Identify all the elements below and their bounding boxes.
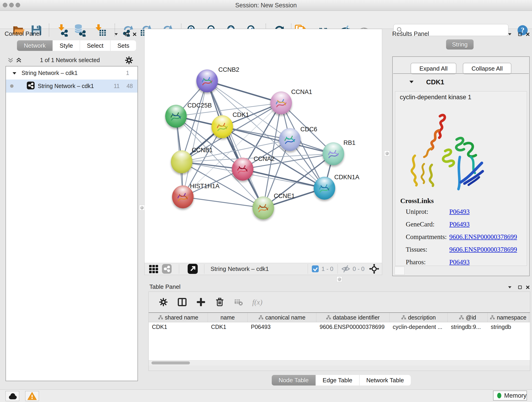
selected-checkbox[interactable]	[312, 263, 319, 274]
delete-icon[interactable]	[215, 297, 225, 307]
column-header-namespace[interactable]: namespace	[488, 313, 529, 322]
protein-ribbon-icon	[200, 74, 215, 88]
gear-icon[interactable]	[158, 297, 168, 307]
memory-button[interactable]: Memory	[493, 390, 527, 401]
tab-node-table[interactable]: Node Table	[272, 375, 316, 385]
bottom-splitter-handle[interactable]	[336, 276, 342, 282]
network-node-CCNB2[interactable]	[196, 70, 218, 92]
protein-ribbon-icon	[215, 119, 230, 134]
column-header-name[interactable]: name	[208, 313, 248, 322]
panel-float-icon[interactable]	[506, 284, 514, 291]
network-edge-CCNA2-CDKN1A[interactable]	[243, 169, 324, 188]
table-cell[interactable]: cyclin-dependent ...	[389, 322, 448, 332]
network-node-CCNA2[interactable]	[232, 158, 253, 181]
network-edge-CCNB2-CCNA1[interactable]	[207, 81, 281, 103]
expand-all-button[interactable]: Expand All	[411, 63, 456, 74]
crosslink-row: GeneCard:P06493	[406, 220, 524, 228]
protein-section-header[interactable]: CDK1	[393, 74, 529, 91]
panel-maximize-icon[interactable]	[516, 284, 524, 291]
node-table: shared namenamecanonical namedatabase id…	[149, 313, 530, 366]
open-in-window-icon[interactable]	[188, 263, 198, 274]
crosslink-link[interactable]: 9606.ENSP00000378699	[449, 246, 517, 253]
tab-network[interactable]: Network	[17, 40, 52, 51]
network-row[interactable]: String Network – cdk1 11 48	[6, 80, 138, 93]
table-cell[interactable]: stringdb:9...	[448, 322, 488, 332]
column-label: canonical name	[265, 314, 305, 321]
left-splitter-handle[interactable]	[139, 205, 145, 211]
crosslink-label: Pharos:	[406, 258, 449, 266]
control-panel-tabs: NetworkStyleSelectSets	[17, 40, 136, 51]
node-label-CCNA1: CCNA1	[291, 89, 312, 96]
crosslink-row: Pharos:P06493	[406, 258, 524, 266]
crosshair-icon[interactable]	[369, 263, 379, 274]
table-toolbar: f(x)	[149, 292, 530, 313]
panel-maximize-icon[interactable]	[516, 31, 524, 38]
table-cell[interactable]: P06493	[248, 322, 317, 332]
warning-icon[interactable]	[25, 391, 39, 401]
tab-select[interactable]: Select	[80, 40, 110, 51]
disclosure-triangle-icon[interactable]	[12, 70, 17, 76]
tab-edge-table[interactable]: Edge Table	[316, 375, 359, 385]
crosslink-link[interactable]: P06493	[449, 258, 470, 266]
panel-close-icon[interactable]	[524, 31, 532, 38]
network-node-CCNA1[interactable]	[270, 91, 292, 114]
window-title: Session: New Session	[0, 2, 532, 9]
network-node-RB1[interactable]	[323, 142, 344, 165]
hidden-eye-icon[interactable]	[341, 263, 351, 274]
column-header-shared-name[interactable]: shared name	[149, 313, 208, 322]
add-column-icon[interactable]	[196, 297, 206, 307]
network-node-CCNB1[interactable]	[171, 150, 192, 173]
toolbar-separator	[179, 264, 179, 274]
title-bar: Session: New Session	[0, 0, 532, 11]
protein-ribbon-icon	[317, 181, 332, 196]
grid-icon[interactable]	[149, 263, 158, 274]
cloud-icon[interactable]	[6, 391, 19, 401]
panel-float-icon[interactable]	[506, 31, 514, 38]
share-network-icon[interactable]	[162, 263, 172, 274]
column-header-description[interactable]: description	[389, 313, 448, 322]
network-label: String Network – cdk1	[38, 83, 94, 89]
network-canvas[interactable]: CCNB2CCNA1CDC25BCDK1CDC6RB1CCNB1CCNA2CDK…	[144, 29, 382, 263]
column-header-database-identifier[interactable]: database identifier	[317, 313, 389, 322]
crosslink-link[interactable]: P06493	[449, 208, 470, 216]
tab-sets[interactable]: Sets	[110, 40, 136, 51]
toolbar-separator	[204, 264, 204, 274]
tab-style[interactable]: Style	[52, 40, 80, 51]
crosslink-link[interactable]: P06493	[449, 220, 470, 228]
disclosure-triangle-icon[interactable]	[409, 80, 414, 85]
crosslink-link[interactable]: 9606.ENSP00000378699	[449, 233, 517, 241]
network-tree: String Network – cdk1 1 String Network –…	[6, 66, 138, 381]
tab-string[interactable]: String	[446, 39, 474, 50]
gear-icon[interactable]	[125, 56, 133, 65]
collapse-all-button[interactable]: Collapse All	[463, 63, 511, 74]
network-node-CDC6[interactable]	[279, 128, 301, 151]
table-cell[interactable]: 9606.ENSP00000378699	[317, 322, 389, 332]
network-view-toolbar: String Network – cdk1 1 - 0 0 - 0	[144, 263, 382, 275]
column-header-canonical-name[interactable]: canonical name	[248, 313, 317, 322]
right-splitter-handle[interactable]	[384, 151, 390, 156]
panel-float-icon[interactable]	[112, 31, 120, 38]
protein-description: cyclin-dependent kinase 1	[400, 94, 471, 101]
table-cell[interactable]: CDK1	[208, 322, 248, 332]
table-row[interactable]: CDK1CDK1P064939606.ENSP00000378699cyclin…	[149, 322, 530, 332]
network-node-CCNE1[interactable]	[253, 196, 274, 219]
tab-network-table[interactable]: Network Table	[359, 375, 411, 385]
table-cell[interactable]: stringdb	[488, 322, 529, 332]
shared-column-icon	[158, 315, 163, 320]
network-node-CDC25B[interactable]	[165, 105, 187, 128]
columns-icon[interactable]	[177, 297, 187, 307]
network-node-CDK1[interactable]	[211, 115, 233, 138]
column-header-@id[interactable]: @id	[448, 313, 488, 322]
table-cell[interactable]: CDK1	[149, 322, 208, 332]
scrollbar-thumb[interactable]	[152, 361, 190, 364]
network-edge-CCNB2-HIST1H1A[interactable]	[183, 81, 207, 197]
network-node-CDKN1A[interactable]	[314, 177, 335, 200]
horizontal-scrollbar[interactable]	[149, 360, 530, 366]
crosslink-row: Compartments:9606.ENSP00000378699	[406, 233, 524, 241]
panel-close-icon[interactable]	[524, 284, 532, 291]
network-collection-row[interactable]: String Network – cdk1 1	[6, 66, 138, 80]
collection-label: String Network – cdk1	[22, 70, 78, 76]
network-edge-HIST1H1A-CCNE1[interactable]	[183, 197, 263, 208]
panel-maximize-icon[interactable]	[123, 31, 131, 38]
panel-close-icon[interactable]	[131, 31, 138, 38]
